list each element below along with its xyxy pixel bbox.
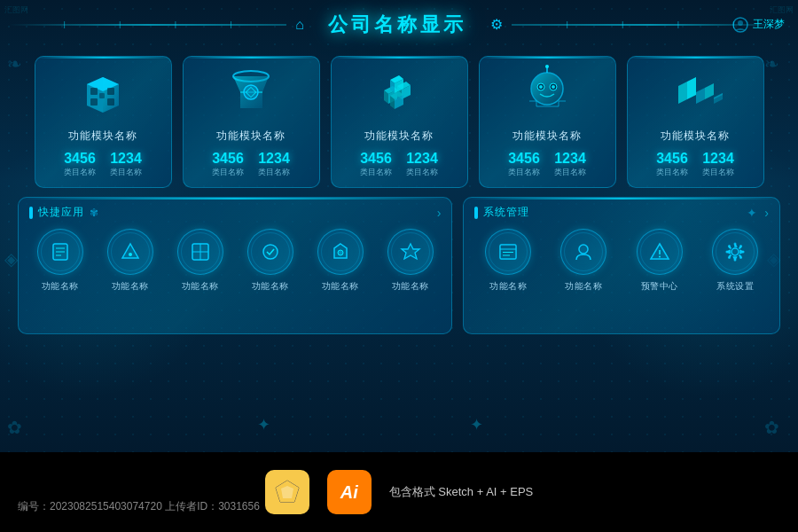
sys-icon-1 [485, 229, 531, 275]
user-avatar-icon [732, 17, 748, 33]
quick-apps-header: 快捷应用 ✾ › [29, 205, 441, 220]
sys-icon-4 [712, 229, 758, 275]
stat-num-item-2b: 1234 类目名称 [258, 151, 290, 178]
quick-app-item-4[interactable]: 功能名称 [247, 229, 293, 293]
quick-app-item-1[interactable]: 功能名称 [37, 229, 83, 293]
svg-point-78 [734, 259, 737, 262]
stat-card-5[interactable]: 功能模块名称 3456 类目名称 1234 类目名称 [627, 56, 764, 188]
sys-label-4: 系统设置 [716, 280, 754, 293]
stat-card-title-2: 功能模块名称 [192, 129, 310, 144]
svg-rect-16 [107, 88, 114, 95]
stat-label-5b: 类目名称 [702, 167, 734, 178]
user-info[interactable]: 王深梦 [732, 17, 785, 33]
sys-mgmt-title-wrap: 系统管理 [474, 205, 529, 220]
svg-rect-64 [500, 245, 516, 259]
svg-rect-14 [90, 98, 98, 106]
quick-app-item-5[interactable]: 功能名称 [317, 229, 364, 293]
svg-point-74 [659, 256, 661, 258]
quick-apps-arrow[interactable]: › [437, 206, 442, 220]
page-header: ⌂ 公司名称显示 ⚙ 王深梦 [0, 0, 798, 49]
stat-card-4[interactable]: 功能模块名称 3456 类目名称 1234 类目名称 [479, 56, 616, 188]
quick-app-icon-4 [247, 229, 293, 275]
svg-marker-53 [122, 244, 138, 258]
svg-point-69 [579, 245, 588, 254]
stat-value-5b: 1234 [702, 151, 734, 167]
sys-icon-2 [560, 229, 606, 275]
stat-card-icon-3 [371, 64, 428, 121]
stat-num-item-3b: 1234 类目名称 [406, 151, 438, 178]
stat-card-title-1: 功能模块名称 [44, 129, 162, 144]
svg-point-80 [742, 251, 745, 254]
svg-point-75 [732, 248, 739, 255]
quick-app-item-6[interactable]: 功能名称 [387, 229, 434, 293]
svg-point-38 [545, 65, 549, 68]
quick-app-icon-5 [317, 229, 364, 275]
quick-app-label-1: 功能名称 [42, 280, 79, 293]
sys-icon-3 [637, 229, 683, 275]
corner-deco-bl: ✿ [7, 417, 34, 443]
quick-app-icon-1 [37, 229, 83, 275]
svg-point-82 [739, 245, 742, 247]
stat-label-1a: 类目名称 [64, 167, 96, 178]
svg-marker-63 [402, 244, 419, 259]
svg-point-35 [539, 85, 543, 89]
bottom-deco-1: ✦ [257, 415, 270, 434]
sys-mgmt-arrow[interactable]: › [764, 206, 769, 220]
stat-label-5a: 类目名称 [656, 167, 688, 178]
stat-card-title-5: 功能模块名称 [637, 129, 755, 144]
stat-num-item-2a: 3456 类目名称 [212, 151, 244, 178]
stat-label-4a: 类目名称 [508, 167, 540, 178]
svg-rect-17 [107, 98, 114, 106]
svg-marker-72 [651, 244, 669, 259]
stat-card-numbers-2: 3456 类目名称 1234 类目名称 [192, 151, 310, 178]
svg-point-9 [738, 20, 743, 26]
stat-label-3a: 类目名称 [360, 167, 392, 178]
ai-icon: Ai [327, 470, 372, 514]
home-icon[interactable]: ⌂ [295, 17, 304, 33]
stat-value-2b: 1234 [258, 151, 290, 167]
svg-point-36 [552, 85, 555, 89]
quick-apps-icons-row: 功能名称 功能名称 [29, 229, 441, 293]
stat-card-1[interactable]: 功能模块名称 3456 类目名称 1234 类目名称 [35, 56, 172, 188]
stat-value-4a: 3456 [508, 151, 540, 167]
stat-value-1b: 1234 [110, 151, 142, 167]
stat-value-2a: 3456 [212, 151, 244, 167]
svg-rect-48 [53, 244, 67, 260]
stat-card-3[interactable]: 功能模块名称 3456 类目名称 1234 类目名称 [331, 56, 468, 188]
stat-card-2[interactable]: 功能模块名称 3456 类目名称 1234 类目名称 [183, 56, 320, 188]
stat-card-title-4: 功能模块名称 [489, 129, 606, 144]
sys-item-4[interactable]: 系统设置 [712, 229, 758, 293]
stat-num-item-1a: 3456 类目名称 [64, 151, 96, 178]
svg-point-59 [263, 245, 278, 259]
svg-point-77 [734, 243, 737, 246]
sketch-icon [265, 470, 309, 514]
stat-card-numbers-4: 3456 类目名称 1234 类目名称 [489, 151, 606, 178]
stat-num-item-5a: 3456 类目名称 [656, 151, 688, 178]
quick-apps-panel: 快捷应用 ✾ › [18, 197, 452, 334]
sys-mgmt-header: 系统管理 ✦ › [474, 205, 769, 220]
svg-marker-43 [705, 83, 714, 99]
sys-item-3[interactable]: 预警中心 [637, 229, 683, 293]
quick-apps-title-bar [29, 207, 33, 219]
svg-marker-39 [678, 82, 687, 104]
sys-mgmt-title-bar [474, 207, 478, 219]
quick-app-item-2[interactable]: 功能名称 [107, 229, 153, 293]
bottom-deco-2: ✦ [470, 415, 483, 434]
svg-point-81 [728, 245, 731, 247]
stat-label-2b: 类目名称 [258, 167, 290, 178]
panel-deco-icon: ✾ [90, 207, 98, 219]
settings-icon[interactable]: ⚙ [490, 16, 503, 33]
svg-marker-62 [402, 244, 419, 259]
stat-num-item-4a: 3456 类目名称 [508, 151, 540, 178]
main-container: ❧ ❧ ✿ ✿ ◈ ◈ ✦ ✦ 汇图网 汇图网 ⌂ 公司名称显示 ⚙ [0, 0, 798, 452]
sys-item-2[interactable]: 功能名称 [560, 229, 606, 293]
username: 王深梦 [753, 17, 785, 32]
svg-point-76 [732, 248, 739, 255]
footer-format-text: 包含格式 Sketch + AI + EPS [389, 484, 534, 500]
svg-point-60 [263, 245, 278, 259]
stat-num-item-4b: 1234 类目名称 [554, 151, 586, 178]
stat-cards-row: 功能模块名称 3456 类目名称 1234 类目名称 [0, 49, 798, 197]
svg-point-83 [728, 256, 731, 259]
sys-item-1[interactable]: 功能名称 [485, 229, 531, 293]
quick-app-item-3[interactable]: 功能名称 [177, 229, 223, 293]
